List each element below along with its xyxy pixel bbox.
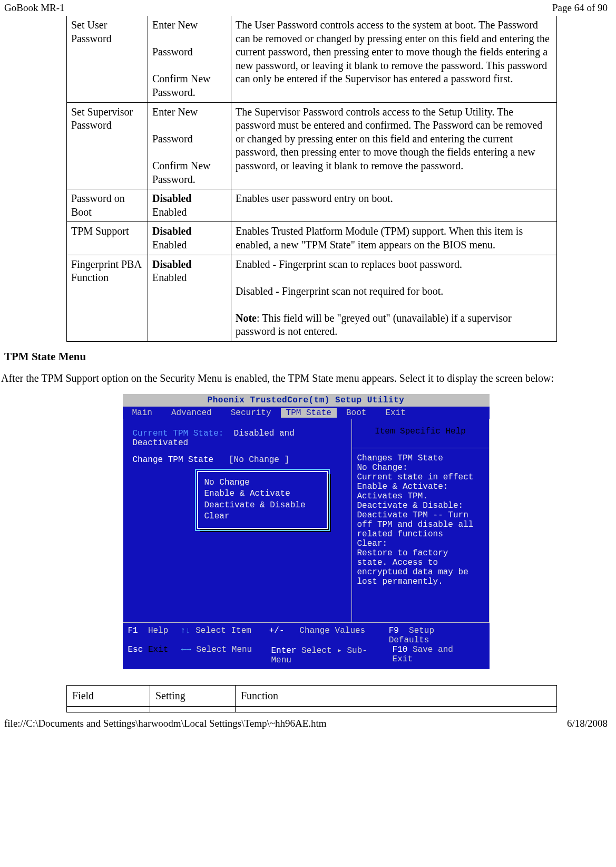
bios-body: Current TPM State: Disabled and Deactiva… [123, 419, 490, 623]
footer-left: file://C:\Documents and Settings\harwood… [4, 718, 327, 729]
bios-menu-item[interactable]: Advanced [162, 408, 221, 418]
help-line: Restore to factory [357, 548, 484, 558]
bios-menu-item[interactable]: Main [123, 408, 162, 418]
tpm-state-table: Field Setting Function [66, 685, 557, 712]
cell-function: The User Password controls access to the… [231, 16, 557, 102]
help-line: Activates TPM. [357, 492, 484, 501]
key-hint: F1 [128, 626, 138, 635]
bios-field-label: Change TPM State [133, 455, 214, 465]
table-header-row: Field Setting Function [67, 685, 557, 706]
document-page: GoBook MR-1 Page 64 of 90 Set User Passw… [0, 0, 616, 731]
bios-left-pane: Current TPM State: Disabled and Deactiva… [123, 419, 352, 623]
bios-menu-bar: Main Advanced Security TPM State Boot Ex… [123, 407, 490, 419]
security-options-table: Set User Password Enter NewPasswordConfi… [66, 16, 557, 342]
cell-field: Fingerprint PBA Function [67, 255, 148, 342]
section-heading: TPM State Menu [4, 350, 608, 363]
col-header: Field [67, 685, 150, 706]
bios-title: Phoenix TrustedCore(tm) Setup Utility [123, 394, 490, 407]
help-line: Changes TPM State [357, 454, 484, 463]
cell-field: TPM Support [67, 222, 148, 255]
bios-field-value[interactable]: [No Change ] [229, 455, 289, 465]
page-footer: file://C:\Documents and Settings\harwood… [0, 718, 612, 729]
heading-text: TPM State Menu [4, 350, 86, 363]
table-row-empty [67, 706, 557, 712]
key-hint: F10 [393, 645, 408, 654]
help-line: lost permanently. [357, 577, 484, 586]
cell-function: Enables Trusted Platform Module (TPM) su… [231, 222, 557, 255]
bios-footer: F1 Help ↑↓ Select Item +/- Change Values… [123, 623, 490, 669]
cell-field: Set Supervisor Password [67, 102, 148, 189]
arrow-icon: ↑↓ [180, 626, 190, 635]
col-header: Function [236, 685, 557, 706]
header-left: GoBook MR-1 [4, 2, 65, 14]
help-line: Enable & Activate: [357, 482, 484, 492]
cell-setting: DisabledEnabled [148, 222, 231, 255]
help-line: Deactivate TPM -- Turn [357, 510, 484, 520]
cell-field: Password on Boot [67, 189, 148, 222]
bios-menu-item[interactable]: Exit [376, 408, 415, 418]
bios-menu-item[interactable]: Security [221, 408, 281, 418]
content: Set User Password Enter NewPasswordConfi… [0, 16, 612, 712]
col-header: Setting [150, 685, 236, 706]
cell-setting: Enter NewPasswordConfirm New Password. [148, 16, 231, 102]
key-hint: Enter [271, 646, 296, 656]
footer-right: 6/18/2008 [567, 718, 608, 729]
help-line: off TPM and disable all [357, 520, 484, 529]
help-line: No Change: [357, 463, 484, 473]
bios-field-label: Current TPM State: [133, 429, 224, 438]
bios-help-pane: Item Specific Help Changes TPM State No … [352, 419, 490, 623]
bios-menu-item[interactable]: Boot [337, 408, 376, 418]
popup-option[interactable]: Clear [204, 511, 320, 523]
popup-option[interactable]: No Change [204, 477, 320, 489]
help-line: related functions [357, 529, 484, 539]
cell-setting: DisabledEnabled [148, 189, 231, 222]
cell-function: Enables user password entry on boot. [231, 189, 557, 222]
bios-popup-menu[interactable]: No Change Enable & Activate Deactivate &… [197, 471, 328, 529]
page-header: GoBook MR-1 Page 64 of 90 [0, 2, 612, 14]
help-line: state. Access to [357, 558, 484, 567]
cell-field: Set User Password [67, 16, 148, 102]
cell-setting: Enter NewPasswordConfirm New Password. [148, 102, 231, 189]
bios-window: Phoenix TrustedCore(tm) Setup Utility Ma… [123, 394, 490, 669]
header-right: Page 64 of 90 [552, 2, 608, 14]
popup-option[interactable]: Enable & Activate [204, 488, 320, 500]
key-hint: F9 [389, 626, 399, 635]
bios-menu-item-active[interactable]: TPM State [281, 408, 337, 418]
section-paragraph: After the TPM Support option on the Secu… [1, 372, 608, 386]
cell-setting: DisabledEnabled [148, 255, 231, 342]
help-line: encryptued data may be [357, 567, 484, 577]
cell-function: The Supervisor Password controls access … [231, 102, 557, 189]
arrow-icon: ←→ [181, 645, 191, 654]
help-title: Item Specific Help [357, 427, 484, 436]
help-line: Current state in effect [357, 473, 484, 482]
popup-option[interactable]: Deactivate & Disable [204, 500, 320, 512]
table-row: Set User Password Enter NewPasswordConfi… [67, 16, 557, 102]
table-row: Set Supervisor Password Enter NewPasswor… [67, 102, 557, 189]
help-line: Deactivate & Disable: [357, 501, 484, 510]
bios-screenshot: Phoenix TrustedCore(tm) Setup Utility Ma… [0, 394, 612, 669]
table-row: TPM Support DisabledEnabled Enables Trus… [67, 222, 557, 255]
table-row: Password on Boot DisabledEnabled Enables… [67, 189, 557, 222]
cell-function: Enabled - Fingerprint scan to replaces b… [231, 255, 557, 342]
key-hint: +/- [269, 626, 285, 635]
table-row: Fingerprint PBA Function DisabledEnabled… [67, 255, 557, 342]
help-line: Clear: [357, 539, 484, 548]
key-hint: Esc [128, 645, 143, 654]
